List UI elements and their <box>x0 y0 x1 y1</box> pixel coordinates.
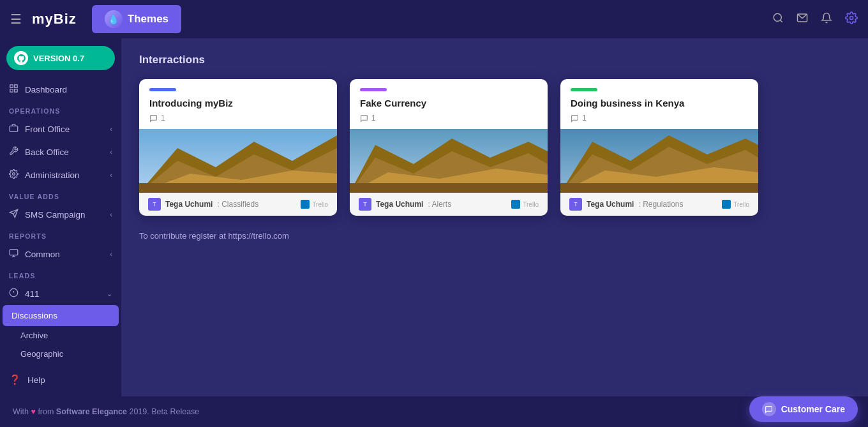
topnav: ☰ myBiz 💧 Themes <box>0 0 868 38</box>
card-1-footer: T Tega Uchumi : Classifieds Trello <box>139 193 337 216</box>
tab-label: Themes <box>128 13 168 26</box>
customer-care-button[interactable]: Customer Care <box>749 396 858 422</box>
svg-line-1 <box>780 20 782 22</box>
common-label: Common <box>25 250 60 259</box>
bell-icon[interactable] <box>821 12 832 27</box>
svg-rect-8 <box>10 126 18 131</box>
menu-icon[interactable]: ☰ <box>10 11 22 27</box>
card-3-image <box>560 129 758 193</box>
sidebar-item-common[interactable]: Common ‹ <box>0 243 121 266</box>
back-office-chevron: ‹ <box>110 148 112 156</box>
svg-rect-32 <box>560 183 758 193</box>
trello-icon <box>301 200 310 209</box>
sidebar-item-front-office[interactable]: Front Office ‹ <box>0 117 121 140</box>
card-3-comments: 1 <box>571 114 748 123</box>
active-tab[interactable]: 💧 Themes <box>92 5 181 33</box>
discussions-label: Discussions <box>11 311 57 320</box>
back-office-icon <box>9 146 19 158</box>
card-fake-currency[interactable]: Fake Currency 1 <box>350 79 548 216</box>
cards-row: Introducing myBiz 1 <box>139 79 850 216</box>
contribute-text: To contribute register at https://trello… <box>139 231 850 241</box>
card-introducing-mybiz[interactable]: Introducing myBiz 1 <box>139 79 337 216</box>
dashboard-icon <box>9 84 19 95</box>
version-button[interactable]: VERSION 0.7 <box>6 46 115 70</box>
sidebar-item-dashboard[interactable]: Dashboard <box>0 78 121 101</box>
main-layout: VERSION 0.7 Dashboard OPERATIONS Front O… <box>0 38 868 396</box>
customer-care-icon <box>762 402 776 416</box>
topnav-icons <box>772 11 858 27</box>
help-label: Help <box>27 375 45 385</box>
sidebar-item-administration[interactable]: Administration ‹ <box>0 163 121 186</box>
svg-point-9 <box>13 173 15 176</box>
github-icon <box>14 51 28 65</box>
card-2-accent <box>360 88 387 91</box>
card-2-image <box>350 129 548 193</box>
reports-label: REPORTS <box>0 226 121 243</box>
common-icon <box>9 248 19 260</box>
trello-icon-3 <box>722 200 731 209</box>
card-1-user: T Tega Uchumi : Classifieds <box>148 198 258 211</box>
card-1-comments: 1 <box>149 114 327 123</box>
411-label: 411 <box>25 289 40 299</box>
card-2-footer: T Tega Uchumi : Alerts Trello <box>350 193 548 216</box>
svg-point-3 <box>850 16 853 19</box>
footer-text: With ♥ from Software Elegance 2019. Beta… <box>13 407 199 416</box>
svg-rect-27 <box>350 183 548 193</box>
sidebar-item-archive[interactable]: Archive <box>0 326 121 345</box>
main-content: Interractions Introducing myBiz 1 <box>121 38 868 396</box>
value-adds-label: VALUE ADDS <box>0 186 121 203</box>
sidebar-item-back-office[interactable]: Back Office ‹ <box>0 140 121 163</box>
card-3-footer: T Tega Uchumi : Regulations Trello <box>560 193 758 216</box>
sidebar-item-sms-campaign[interactable]: SMS Campaign ‹ <box>0 203 121 226</box>
svg-rect-12 <box>10 250 18 255</box>
sidebar: VERSION 0.7 Dashboard OPERATIONS Front O… <box>0 38 121 396</box>
brand-name: Software Elegance <box>56 407 127 416</box>
geographic-label: Geographic <box>20 349 63 359</box>
leads-label: LEADS <box>0 266 121 282</box>
dashboard-label: Dashboard <box>25 85 67 94</box>
svg-rect-5 <box>15 85 17 87</box>
administration-icon <box>9 169 19 181</box>
card-2-trello: Trello <box>511 200 539 209</box>
svg-rect-4 <box>10 85 13 87</box>
card-1-title: Introducing myBiz <box>149 98 327 109</box>
sms-campaign-label: SMS Campaign <box>25 210 86 220</box>
card-3-accent <box>571 88 597 91</box>
trello-icon-2 <box>511 200 520 209</box>
card-3-trello: Trello <box>722 200 749 209</box>
mail-icon[interactable] <box>797 12 808 27</box>
card-2-user-icon: T <box>359 198 371 211</box>
card-3-user-icon: T <box>569 198 582 211</box>
card-1-user-icon: T <box>148 198 161 211</box>
sms-icon <box>9 209 19 220</box>
version-label: VERSION 0.7 <box>33 54 84 63</box>
search-icon[interactable] <box>772 12 784 27</box>
card-1-accent <box>149 88 176 91</box>
card-3-user: T Tega Uchumi : Regulations <box>569 198 684 211</box>
back-office-label: Back Office <box>25 147 69 157</box>
operations-label: OPERATIONS <box>0 101 121 117</box>
front-office-chevron: ‹ <box>110 125 112 133</box>
tab-icon: 💧 <box>105 10 123 28</box>
administration-chevron: ‹ <box>110 171 112 179</box>
leads-icon <box>9 288 19 299</box>
card-3-title: Doing business in Kenya <box>571 98 748 109</box>
sidebar-item-help[interactable]: ❓ Help <box>0 368 121 391</box>
sidebar-item-geographic[interactable]: Geographic <box>0 345 121 363</box>
front-office-label: Front Office <box>25 124 70 134</box>
svg-rect-22 <box>139 183 337 193</box>
card-2-title: Fake Currency <box>360 98 537 109</box>
section-title: Interractions <box>139 54 850 66</box>
sms-campaign-chevron: ‹ <box>110 211 112 218</box>
svg-point-0 <box>774 13 781 21</box>
card-doing-business[interactable]: Doing business in Kenya 1 <box>560 79 758 216</box>
settings-icon[interactable] <box>845 11 858 27</box>
sidebar-item-discussions[interactable]: Discussions <box>3 305 119 326</box>
svg-rect-6 <box>15 89 17 92</box>
411-chevron: ⌄ <box>107 290 112 298</box>
card-1-image <box>139 129 337 193</box>
front-office-icon <box>9 123 19 135</box>
sidebar-item-411[interactable]: 411 ⌄ <box>0 282 121 305</box>
card-2-user: T Tega Uchumi : Alerts <box>359 198 451 211</box>
card-2-comments: 1 <box>360 114 537 123</box>
